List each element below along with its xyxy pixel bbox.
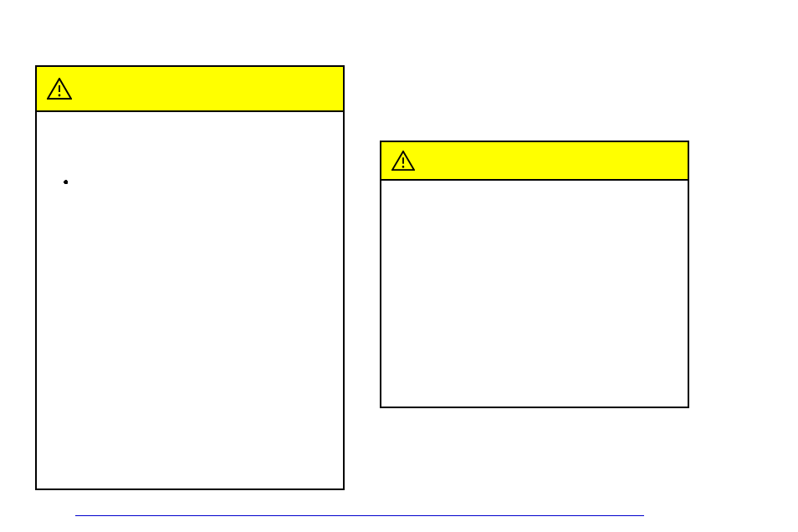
svg-point-5: [402, 166, 405, 168]
warning-box-right: [380, 141, 689, 408]
svg-point-2: [59, 95, 61, 97]
warning-box-right-header: [381, 142, 688, 181]
warning-box-left-header: [37, 67, 343, 112]
footer-link-underline: [75, 515, 644, 516]
warning-box-right-body: [381, 181, 688, 212]
warning-box-left: [35, 65, 345, 490]
warning-triangle-icon: [391, 151, 415, 171]
warning-triangle-icon: [47, 78, 72, 100]
warning-box-left-body: [37, 112, 343, 189]
